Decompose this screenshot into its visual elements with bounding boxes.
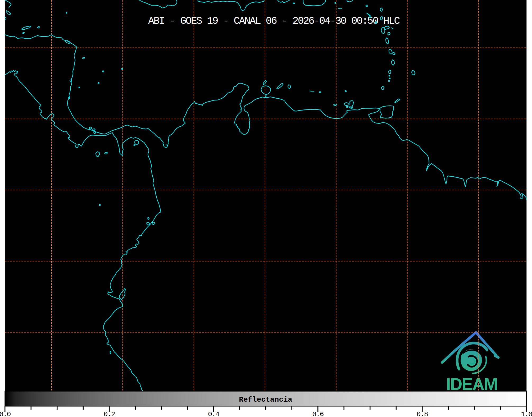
- svg-text:Reflectancia: Reflectancia: [239, 396, 292, 404]
- svg-text:1.0: 1.0: [521, 410, 532, 417]
- svg-text:0.4: 0.4: [208, 410, 219, 417]
- svg-text:ABI - GOES 19 - CANAL 06 - 202: ABI - GOES 19 - CANAL 06 - 2026-04-30 00…: [148, 15, 400, 27]
- svg-text:0.8: 0.8: [417, 410, 428, 417]
- svg-text:0.2: 0.2: [104, 410, 115, 417]
- svg-text:0.0: 0.0: [0, 410, 11, 417]
- svg-text:0.6: 0.6: [312, 410, 324, 417]
